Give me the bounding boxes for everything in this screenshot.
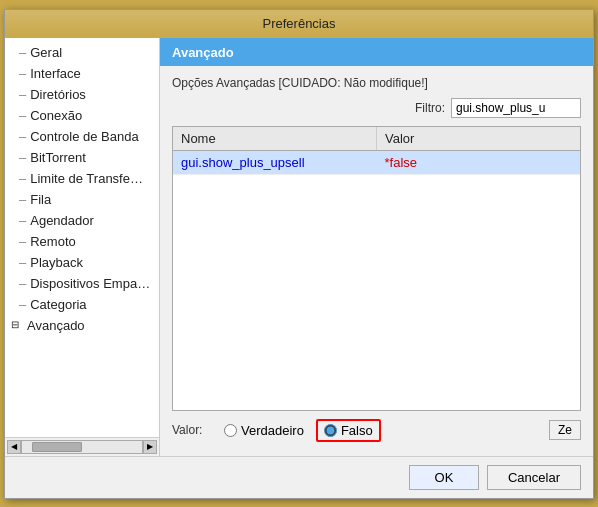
sidebar-item-label: Conexão <box>30 108 82 123</box>
tree-dash: – <box>19 87 26 102</box>
dialog-footer: OK Cancelar <box>5 456 593 498</box>
table-header: Nome Valor <box>173 127 580 151</box>
radio-false-label: Falso <box>341 423 373 438</box>
filter-label: Filtro: <box>415 101 445 115</box>
sidebar-item-label: Diretórios <box>30 87 86 102</box>
tree-dash: – <box>19 150 26 165</box>
sidebar-wrapper: –Geral–Interface–Diretórios–Conexão–Cont… <box>5 38 160 456</box>
tree-dash: – <box>19 276 26 291</box>
sidebar-item-label: Geral <box>30 45 62 60</box>
sidebar-item-remoto[interactable]: –Remoto <box>5 231 159 252</box>
dialog-body: –Geral–Interface–Diretórios–Conexão–Cont… <box>5 38 593 456</box>
sidebar-item-label: Interface <box>30 66 81 81</box>
scroll-left-btn[interactable]: ◀ <box>7 440 21 454</box>
data-table: Nome Valor gui.show_plus_upsell *false <box>172 126 581 411</box>
section-title: Avançado <box>172 45 234 60</box>
filter-row: Filtro: <box>172 98 581 118</box>
filter-input[interactable] <box>451 98 581 118</box>
scrollbar-track[interactable] <box>21 440 143 454</box>
sidebar-item-agendador[interactable]: –Agendador <box>5 210 159 231</box>
sidebar-item-label: Controle de Banda <box>30 129 138 144</box>
tree-dash: – <box>19 66 26 81</box>
section-header: Avançado <box>160 38 593 66</box>
preferences-dialog: Preferências –Geral–Interface–Diretórios… <box>4 9 594 499</box>
sidebar-item-fila[interactable]: –Fila <box>5 189 159 210</box>
tree-dash: – <box>19 108 26 123</box>
col-value-header: Valor <box>377 127 580 150</box>
scrollbar-thumb[interactable] <box>32 442 82 452</box>
sidebar-item-categoria[interactable]: –Categoria <box>5 294 159 315</box>
table-row[interactable]: gui.show_plus_upsell *false <box>173 151 580 175</box>
ok-button[interactable]: OK <box>409 465 479 490</box>
sidebar-item-dispositivos-emp[interactable]: –Dispositivos Empar… <box>5 273 159 294</box>
tree-dash: – <box>19 297 26 312</box>
sidebar-item-label: Dispositivos Empar… <box>30 276 154 291</box>
sidebar-item-playback[interactable]: –Playback <box>5 252 159 273</box>
sidebar-item-diretorios[interactable]: –Diretórios <box>5 84 159 105</box>
sidebar-item-avancado[interactable]: ⊟Avançado <box>5 315 159 336</box>
sidebar-item-label: Fila <box>30 192 51 207</box>
section-body: Opções Avançadas [CUIDADO: Não modifique… <box>160 66 593 456</box>
sidebar-item-label: Remoto <box>30 234 76 249</box>
col-name-header: Nome <box>173 127 377 150</box>
value-row: Valor: Verdadeiro Falso Ze <box>172 411 581 446</box>
tree-dash: – <box>19 255 26 270</box>
tree-dash: – <box>19 234 26 249</box>
warning-text: Opções Avançadas [CUIDADO: Não modifique… <box>172 76 581 90</box>
sidebar-item-label: BitTorrent <box>30 150 86 165</box>
sidebar-item-geral[interactable]: –Geral <box>5 42 159 63</box>
sidebar-item-controle-de-banda[interactable]: –Controle de Banda <box>5 126 159 147</box>
sidebar-item-label: Playback <box>30 255 83 270</box>
radio-falso[interactable]: Falso <box>316 419 381 442</box>
tree-dash: – <box>19 171 26 186</box>
sidebar-item-interface[interactable]: –Interface <box>5 63 159 84</box>
sidebar-scrollbar-area[interactable]: ◀ ▶ <box>5 437 159 456</box>
expand-icon: ⊟ <box>11 319 19 330</box>
tree-dash: – <box>19 213 26 228</box>
sidebar-item-label: Categoria <box>30 297 86 312</box>
table-cell-value: *false <box>377 151 581 174</box>
tree-dash: – <box>19 129 26 144</box>
sidebar-item-conexao[interactable]: –Conexão <box>5 105 159 126</box>
dialog-title: Preferências <box>263 16 336 31</box>
cancel-button[interactable]: Cancelar <box>487 465 581 490</box>
value-label: Valor: <box>172 423 212 437</box>
title-bar: Preferências <box>5 10 593 38</box>
table-cell-name: gui.show_plus_upsell <box>173 151 377 174</box>
radio-true-label: Verdadeiro <box>241 423 304 438</box>
sidebar-item-label: Agendador <box>30 213 94 228</box>
radio-input-true[interactable] <box>224 424 237 437</box>
tree-dash: – <box>19 192 26 207</box>
sidebar-item-label: Avançado <box>27 318 85 333</box>
sidebar-item-label: Limite de Transfe… <box>30 171 143 186</box>
zero-button[interactable]: Ze <box>549 420 581 440</box>
sidebar: –Geral–Interface–Diretórios–Conexão–Cont… <box>5 38 159 437</box>
sidebar-item-bittorrent[interactable]: –BitTorrent <box>5 147 159 168</box>
scroll-right-btn[interactable]: ▶ <box>143 440 157 454</box>
radio-input-false[interactable] <box>324 424 337 437</box>
sidebar-item-limite-de-transf[interactable]: –Limite de Transfe… <box>5 168 159 189</box>
radio-verdadeiro[interactable]: Verdadeiro <box>224 423 304 438</box>
main-content: Avançado Opções Avançadas [CUIDADO: Não … <box>160 38 593 456</box>
tree-dash: – <box>19 45 26 60</box>
